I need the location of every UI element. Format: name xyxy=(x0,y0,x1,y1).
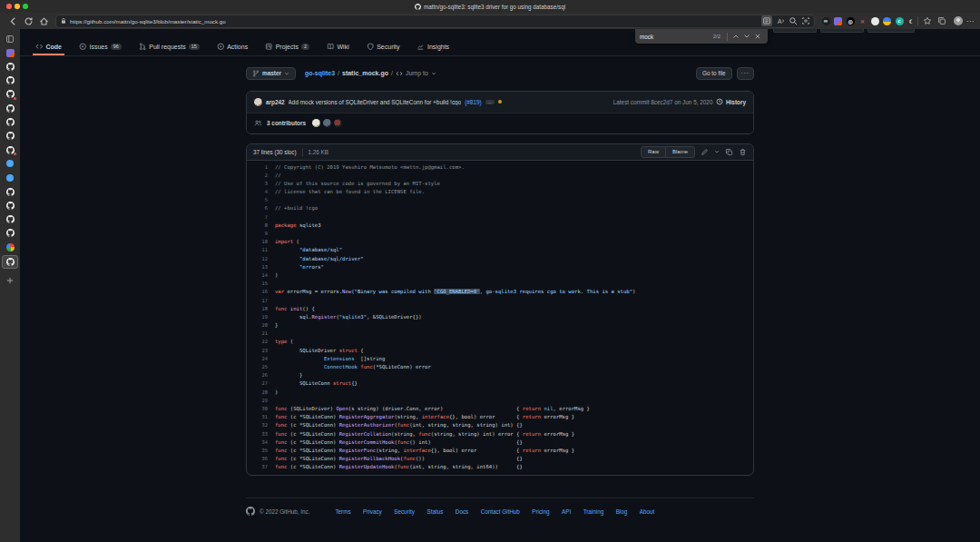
extension-infinity-icon[interactable]: ∞ xyxy=(822,17,830,25)
line-number[interactable]: 36 xyxy=(247,455,275,463)
tab-security[interactable]: Security xyxy=(364,41,403,55)
extension-purple-orange-icon[interactable] xyxy=(834,17,842,25)
commit-author-name[interactable]: arp242 xyxy=(266,99,285,105)
back-icon[interactable] xyxy=(8,16,18,26)
line-number[interactable]: 7 xyxy=(247,213,275,222)
file-options-kebab-button[interactable]: ··· xyxy=(737,67,754,80)
footer-link-about[interactable]: About xyxy=(640,508,654,515)
line-number[interactable]: 37 xyxy=(247,463,275,471)
new-tab-button[interactable] xyxy=(3,274,17,287)
raw-button[interactable]: Raw xyxy=(641,146,666,158)
jump-to-label[interactable]: Jump to xyxy=(406,70,428,76)
footer-link-privacy[interactable]: Privacy xyxy=(363,508,382,515)
browser-tab-site-colorful[interactable] xyxy=(3,241,17,253)
tab-wiki[interactable]: Wiki xyxy=(324,41,352,55)
browser-settings-menu-icon[interactable]: ⋯ xyxy=(966,17,975,25)
browser-tab-github[interactable] xyxy=(3,200,17,212)
contributor-avatar[interactable] xyxy=(312,119,320,127)
line-number[interactable]: 5 xyxy=(247,196,275,204)
find-previous-icon[interactable] xyxy=(732,33,740,40)
extension-blue-yellow-icon[interactable] xyxy=(883,17,891,25)
footer-link-api[interactable]: API xyxy=(562,508,571,515)
window-controls[interactable] xyxy=(6,4,28,9)
zoom-window-button[interactable] xyxy=(23,4,28,9)
line-number[interactable]: 29 xyxy=(247,397,275,405)
line-number[interactable]: 34 xyxy=(247,439,275,447)
find-close-icon[interactable] xyxy=(754,33,761,40)
go-to-file-button[interactable]: Go to file xyxy=(696,67,732,80)
browser-tab-site-purple[interactable] xyxy=(3,46,17,59)
contributors-label[interactable]: 3 contributors xyxy=(267,120,306,126)
minimize-window-button[interactable] xyxy=(15,4,20,9)
browser-tab-site-blue[interactable] xyxy=(3,172,17,184)
contributor-avatar[interactable] xyxy=(334,119,342,127)
line-number[interactable]: 1 xyxy=(247,163,275,172)
extension-dark-ring-icon[interactable]: ◎ xyxy=(847,17,855,25)
lock-icon[interactable] xyxy=(60,17,67,25)
line-number[interactable]: 2 xyxy=(247,172,275,180)
line-number[interactable]: 9 xyxy=(247,230,275,238)
line-number[interactable]: 33 xyxy=(247,430,275,439)
home-icon[interactable] xyxy=(39,16,49,26)
footer-link-status[interactable]: Status xyxy=(426,508,443,515)
footer-link-blog[interactable]: Blog xyxy=(616,508,628,515)
copy-icon[interactable] xyxy=(725,148,733,156)
footer-link-contact-github[interactable]: Contact GitHub xyxy=(481,508,520,515)
line-number[interactable]: 20 xyxy=(247,321,275,330)
blame-button[interactable]: Blame xyxy=(666,146,695,158)
close-window-button[interactable] xyxy=(6,4,12,9)
extension-teal-c-icon[interactable]: c xyxy=(896,17,904,25)
delete-trash-icon[interactable] xyxy=(739,148,747,156)
web-capture-icon[interactable] xyxy=(801,16,810,25)
browser-tab-github[interactable] xyxy=(3,213,17,226)
line-number[interactable]: 19 xyxy=(247,313,275,321)
line-number[interactable]: 14 xyxy=(247,271,275,280)
commit-pr-link[interactable]: (#819) xyxy=(465,99,481,105)
favorites-icon[interactable] xyxy=(923,16,932,25)
line-number[interactable]: 27 xyxy=(247,379,275,388)
line-number[interactable]: 25 xyxy=(247,363,275,371)
line-number[interactable]: 11 xyxy=(247,246,275,254)
edit-dropdown-chevron-icon[interactable] xyxy=(714,149,720,154)
find-query-input[interactable]: mock xyxy=(640,34,713,40)
line-number[interactable]: 17 xyxy=(247,297,275,305)
line-number[interactable]: 24 xyxy=(247,355,275,363)
tab-pull-requests[interactable]: Pull requests15 xyxy=(136,41,202,55)
line-number[interactable]: 12 xyxy=(247,255,275,263)
commit-description-toggle[interactable]: … xyxy=(485,100,495,104)
read-aloud-icon[interactable]: A xyxy=(776,16,785,25)
tab-insights[interactable]: Insights xyxy=(414,41,452,55)
line-number[interactable]: 30 xyxy=(247,405,275,413)
footer-link-pricing[interactable]: Pricing xyxy=(532,508,549,515)
refresh-icon[interactable] xyxy=(24,16,34,26)
browser-tab-github[interactable] xyxy=(3,185,17,198)
line-number[interactable]: 8 xyxy=(247,222,275,230)
line-number[interactable]: 3 xyxy=(247,180,275,188)
line-number[interactable]: 16 xyxy=(247,288,275,296)
tab-projects[interactable]: Projects2 xyxy=(262,41,312,55)
browser-tab-github[interactable] xyxy=(3,74,17,87)
collections-icon[interactable] xyxy=(937,16,946,25)
line-number[interactable]: 23 xyxy=(247,347,275,355)
line-number[interactable]: 18 xyxy=(247,305,275,313)
line-number[interactable]: 4 xyxy=(247,188,275,196)
commit-author-avatar[interactable] xyxy=(254,98,262,106)
footer-link-training[interactable]: Training xyxy=(583,508,604,515)
contributor-avatar[interactable] xyxy=(323,119,331,127)
edit-pencil-icon[interactable] xyxy=(701,148,709,156)
branch-selector-button[interactable]: master xyxy=(246,67,296,80)
browser-tab-github[interactable] xyxy=(3,143,17,156)
line-number[interactable]: 10 xyxy=(247,238,275,246)
browser-tab-github[interactable] xyxy=(3,116,17,129)
commit-status-pending-dot[interactable] xyxy=(498,100,502,103)
line-number[interactable]: 13 xyxy=(247,263,275,271)
browser-tab-github[interactable] xyxy=(3,88,17,101)
line-number[interactable]: 28 xyxy=(247,389,275,397)
browser-tab-github[interactable] xyxy=(3,61,17,74)
find-on-page-icon[interactable] xyxy=(789,16,798,25)
history-link[interactable]: History xyxy=(716,98,746,105)
vertical-tabs-toggle-button[interactable] xyxy=(3,33,17,45)
line-number[interactable]: 31 xyxy=(247,413,275,421)
address-bar[interactable]: https://github.com/mattn/go-sqlite3/blob… xyxy=(55,15,815,28)
browser-tab-github[interactable] xyxy=(3,130,17,143)
